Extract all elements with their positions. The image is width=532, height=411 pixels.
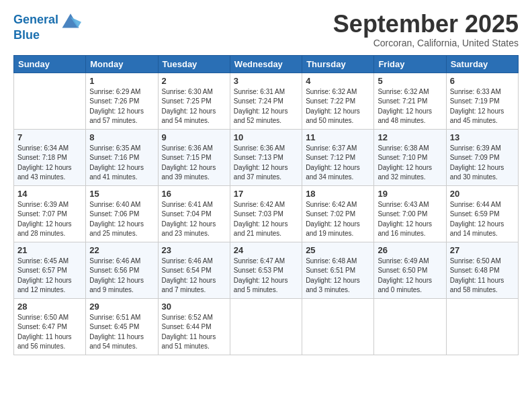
- calendar: SundayMondayTuesdayWednesdayThursdayFrid…: [13, 55, 519, 355]
- day-number: 3: [234, 76, 298, 86]
- day-number: 30: [162, 302, 226, 312]
- day-number: 18: [306, 189, 370, 199]
- day-info: Sunrise: 6:46 AM Sunset: 6:54 PM Dayligh…: [162, 257, 226, 295]
- calendar-cell: 30Sunrise: 6:52 AM Sunset: 6:44 PM Dayli…: [158, 298, 230, 355]
- day-info: Sunrise: 6:43 AM Sunset: 7:00 PM Dayligh…: [378, 200, 442, 239]
- logo-blue: Blue: [13, 28, 81, 42]
- day-info: Sunrise: 6:51 AM Sunset: 6:45 PM Dayligh…: [89, 313, 154, 352]
- day-info: Sunrise: 6:42 AM Sunset: 7:03 PM Dayligh…: [234, 200, 298, 239]
- day-number: 22: [89, 245, 154, 255]
- day-number: 13: [450, 132, 515, 142]
- day-info: Sunrise: 6:41 AM Sunset: 7:04 PM Dayligh…: [162, 200, 226, 239]
- day-number: 1: [89, 76, 154, 86]
- calendar-cell: 1Sunrise: 6:29 AM Sunset: 7:26 PM Daylig…: [86, 73, 158, 129]
- day-number: 7: [17, 132, 82, 142]
- calendar-cell: 21Sunrise: 6:45 AM Sunset: 6:57 PM Dayli…: [14, 242, 86, 298]
- calendar-cell: 15Sunrise: 6:40 AM Sunset: 7:06 PM Dayli…: [86, 185, 158, 242]
- calendar-cell: 12Sunrise: 6:38 AM Sunset: 7:10 PM Dayli…: [374, 129, 446, 185]
- weekday-tuesday: Tuesday: [158, 55, 230, 73]
- day-number: 2: [162, 76, 226, 86]
- day-number: 23: [162, 245, 226, 255]
- weekday-saturday: Saturday: [446, 55, 518, 73]
- logo-text: General: [13, 13, 58, 28]
- weekday-sunday: Sunday: [14, 55, 86, 73]
- day-number: 29: [89, 302, 154, 312]
- title-block: September 2025 Corcoran, California, Uni…: [333, 11, 519, 48]
- weekday-monday: Monday: [86, 55, 158, 73]
- weekday-thursday: Thursday: [302, 55, 374, 73]
- calendar-cell: 16Sunrise: 6:41 AM Sunset: 7:04 PM Dayli…: [158, 185, 230, 242]
- calendar-cell: 6Sunrise: 6:33 AM Sunset: 7:19 PM Daylig…: [446, 73, 518, 129]
- day-info: Sunrise: 6:32 AM Sunset: 7:22 PM Dayligh…: [306, 87, 370, 126]
- calendar-week-0: 1Sunrise: 6:29 AM Sunset: 7:26 PM Daylig…: [14, 73, 519, 129]
- calendar-cell: 17Sunrise: 6:42 AM Sunset: 7:03 PM Dayli…: [230, 185, 302, 242]
- weekday-friday: Friday: [374, 55, 446, 73]
- calendar-cell: 5Sunrise: 6:32 AM Sunset: 7:21 PM Daylig…: [374, 73, 446, 129]
- day-info: Sunrise: 6:49 AM Sunset: 6:50 PM Dayligh…: [378, 257, 442, 295]
- day-info: Sunrise: 6:50 AM Sunset: 6:47 PM Dayligh…: [17, 313, 82, 352]
- calendar-cell: 29Sunrise: 6:51 AM Sunset: 6:45 PM Dayli…: [86, 298, 158, 355]
- day-info: Sunrise: 6:40 AM Sunset: 7:06 PM Dayligh…: [89, 200, 154, 239]
- calendar-cell: 18Sunrise: 6:42 AM Sunset: 7:02 PM Dayli…: [302, 185, 374, 242]
- day-number: 8: [89, 132, 154, 142]
- day-number: 14: [17, 189, 82, 199]
- day-info: Sunrise: 6:38 AM Sunset: 7:10 PM Dayligh…: [378, 144, 442, 183]
- day-number: 10: [234, 132, 298, 142]
- day-info: Sunrise: 6:29 AM Sunset: 7:26 PM Dayligh…: [89, 87, 154, 126]
- day-number: 26: [378, 245, 442, 255]
- logo: General Blue: [13, 11, 81, 42]
- location: Corcoran, California, United States: [333, 38, 519, 48]
- calendar-cell: 23Sunrise: 6:46 AM Sunset: 6:54 PM Dayli…: [158, 242, 230, 298]
- day-info: Sunrise: 6:37 AM Sunset: 7:12 PM Dayligh…: [306, 144, 370, 183]
- day-info: Sunrise: 6:42 AM Sunset: 7:02 PM Dayligh…: [306, 200, 370, 239]
- calendar-cell: 20Sunrise: 6:44 AM Sunset: 6:59 PM Dayli…: [446, 185, 518, 242]
- calendar-cell: 10Sunrise: 6:36 AM Sunset: 7:13 PM Dayli…: [230, 129, 302, 185]
- calendar-cell: 14Sunrise: 6:39 AM Sunset: 7:07 PM Dayli…: [14, 185, 86, 242]
- calendar-cell: 11Sunrise: 6:37 AM Sunset: 7:12 PM Dayli…: [302, 129, 374, 185]
- calendar-cell: 9Sunrise: 6:36 AM Sunset: 7:15 PM Daylig…: [158, 129, 230, 185]
- day-number: 4: [306, 76, 370, 86]
- calendar-cell: 24Sunrise: 6:47 AM Sunset: 6:53 PM Dayli…: [230, 242, 302, 298]
- day-number: 9: [162, 132, 226, 142]
- day-number: 24: [234, 245, 298, 255]
- calendar-cell: 8Sunrise: 6:35 AM Sunset: 7:16 PM Daylig…: [86, 129, 158, 185]
- day-info: Sunrise: 6:36 AM Sunset: 7:13 PM Dayligh…: [234, 144, 298, 183]
- calendar-cell: 25Sunrise: 6:48 AM Sunset: 6:51 PM Dayli…: [302, 242, 374, 298]
- calendar-cell: 19Sunrise: 6:43 AM Sunset: 7:00 PM Dayli…: [374, 185, 446, 242]
- calendar-cell: 27Sunrise: 6:50 AM Sunset: 6:48 PM Dayli…: [446, 242, 518, 298]
- calendar-week-1: 7Sunrise: 6:34 AM Sunset: 7:18 PM Daylig…: [14, 129, 519, 185]
- day-number: 28: [17, 302, 82, 312]
- day-info: Sunrise: 6:32 AM Sunset: 7:21 PM Dayligh…: [378, 87, 442, 126]
- day-info: Sunrise: 6:52 AM Sunset: 6:44 PM Dayligh…: [162, 313, 226, 352]
- day-info: Sunrise: 6:35 AM Sunset: 7:16 PM Dayligh…: [89, 144, 154, 183]
- calendar-week-2: 14Sunrise: 6:39 AM Sunset: 7:07 PM Dayli…: [14, 185, 519, 242]
- calendar-cell: 4Sunrise: 6:32 AM Sunset: 7:22 PM Daylig…: [302, 73, 374, 129]
- month-title: September 2025: [333, 11, 519, 38]
- day-number: 12: [378, 132, 442, 142]
- calendar-cell: [374, 298, 446, 355]
- calendar-cell: 7Sunrise: 6:34 AM Sunset: 7:18 PM Daylig…: [14, 129, 86, 185]
- calendar-cell: 22Sunrise: 6:46 AM Sunset: 6:56 PM Dayli…: [86, 242, 158, 298]
- header: General Blue September 2025 Corcoran, Ca…: [13, 11, 519, 48]
- day-number: 16: [162, 189, 226, 199]
- logo-icon: [60, 11, 81, 30]
- day-info: Sunrise: 6:47 AM Sunset: 6:53 PM Dayligh…: [234, 257, 298, 295]
- day-info: Sunrise: 6:31 AM Sunset: 7:24 PM Dayligh…: [234, 87, 298, 126]
- day-info: Sunrise: 6:39 AM Sunset: 7:09 PM Dayligh…: [450, 144, 515, 183]
- calendar-week-4: 28Sunrise: 6:50 AM Sunset: 6:47 PM Dayli…: [14, 298, 519, 355]
- day-info: Sunrise: 6:46 AM Sunset: 6:56 PM Dayligh…: [89, 257, 154, 295]
- day-info: Sunrise: 6:45 AM Sunset: 6:57 PM Dayligh…: [17, 257, 82, 295]
- day-number: 27: [450, 245, 515, 255]
- day-info: Sunrise: 6:30 AM Sunset: 7:25 PM Dayligh…: [162, 87, 226, 126]
- page: General Blue September 2025 Corcoran, Ca…: [0, 0, 532, 411]
- day-info: Sunrise: 6:48 AM Sunset: 6:51 PM Dayligh…: [306, 257, 370, 295]
- day-info: Sunrise: 6:36 AM Sunset: 7:15 PM Dayligh…: [162, 144, 226, 183]
- calendar-cell: 13Sunrise: 6:39 AM Sunset: 7:09 PM Dayli…: [446, 129, 518, 185]
- day-info: Sunrise: 6:50 AM Sunset: 6:48 PM Dayligh…: [450, 257, 515, 295]
- calendar-cell: 3Sunrise: 6:31 AM Sunset: 7:24 PM Daylig…: [230, 73, 302, 129]
- day-number: 25: [306, 245, 370, 255]
- calendar-cell: [230, 298, 302, 355]
- calendar-week-3: 21Sunrise: 6:45 AM Sunset: 6:57 PM Dayli…: [14, 242, 519, 298]
- day-info: Sunrise: 6:39 AM Sunset: 7:07 PM Dayligh…: [17, 200, 82, 239]
- day-number: 11: [306, 132, 370, 142]
